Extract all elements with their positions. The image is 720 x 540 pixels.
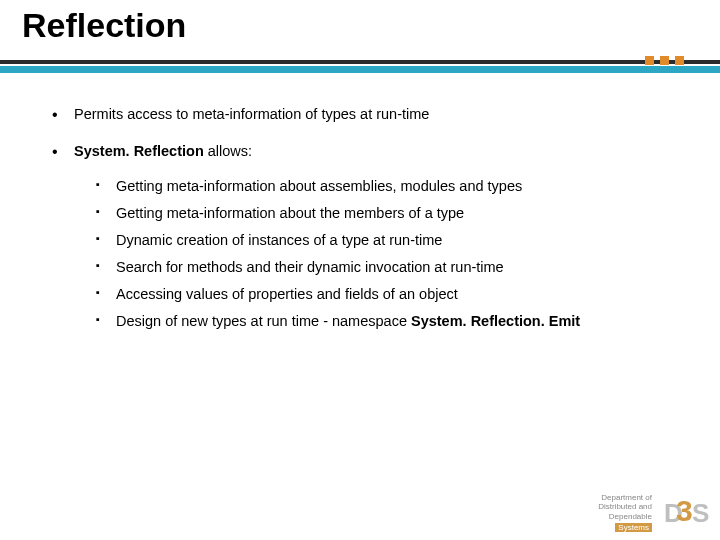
bullet-text: Permits access to meta-information of ty… (74, 106, 429, 122)
bold-text: System. Reflection (74, 143, 204, 159)
sub-bullet-item: Getting meta-information about assemblie… (74, 176, 680, 197)
slide-title: Reflection (22, 6, 186, 45)
sub-bullet-text: Getting meta-information about the membe… (116, 205, 464, 221)
sub-bullet-text: Search for methods and their dynamic inv… (116, 259, 504, 275)
sub-bullet-text: Design of new types at run time - namesp… (116, 313, 411, 329)
d3s-logo: D 3 S (662, 498, 706, 528)
dept-systems-badge: Systems (615, 523, 652, 532)
dept-line: Department of (598, 493, 652, 502)
bullet-text: System. Reflection allows: (74, 143, 252, 159)
rule-black (0, 60, 720, 64)
dot-icon (645, 56, 654, 65)
bullet-item: System. Reflection allows: Getting meta-… (48, 141, 680, 332)
logo-letter-s: S (692, 498, 709, 529)
bullet-suffix: allows: (204, 143, 252, 159)
dot-icon (675, 56, 684, 65)
department-label: Department of Distributed and Dependable… (598, 493, 652, 532)
sub-bullet-item: Search for methods and their dynamic inv… (74, 257, 680, 278)
slide-body: Permits access to meta-information of ty… (48, 104, 680, 348)
sub-bullet-text: Dynamic creation of instances of a type … (116, 232, 442, 248)
footer: Department of Distributed and Dependable… (598, 493, 706, 532)
dot-icon (660, 56, 669, 65)
sub-bullet-item: Dynamic creation of instances of a type … (74, 230, 680, 251)
sub-bullet-list: Getting meta-information about assemblie… (74, 176, 680, 332)
dept-line: Distributed and (598, 502, 652, 511)
slide: Reflection Permits access to meta-inform… (0, 0, 720, 540)
accent-dots (645, 56, 684, 65)
sub-bullet-item: Design of new types at run time - namesp… (74, 311, 680, 332)
sub-bullet-item: Accessing values of properties and field… (74, 284, 680, 305)
title-rule (0, 60, 720, 73)
bold-text: System. Reflection. Emit (411, 313, 580, 329)
sub-bullet-text: Getting meta-information about assemblie… (116, 178, 522, 194)
bullet-list: Permits access to meta-information of ty… (48, 104, 680, 332)
sub-bullet-text: Accessing values of properties and field… (116, 286, 458, 302)
bullet-item: Permits access to meta-information of ty… (48, 104, 680, 125)
logo-digit-3: 3 (676, 494, 693, 528)
dept-line: Dependable (598, 512, 652, 521)
rule-cyan (0, 66, 720, 73)
sub-bullet-item: Getting meta-information about the membe… (74, 203, 680, 224)
